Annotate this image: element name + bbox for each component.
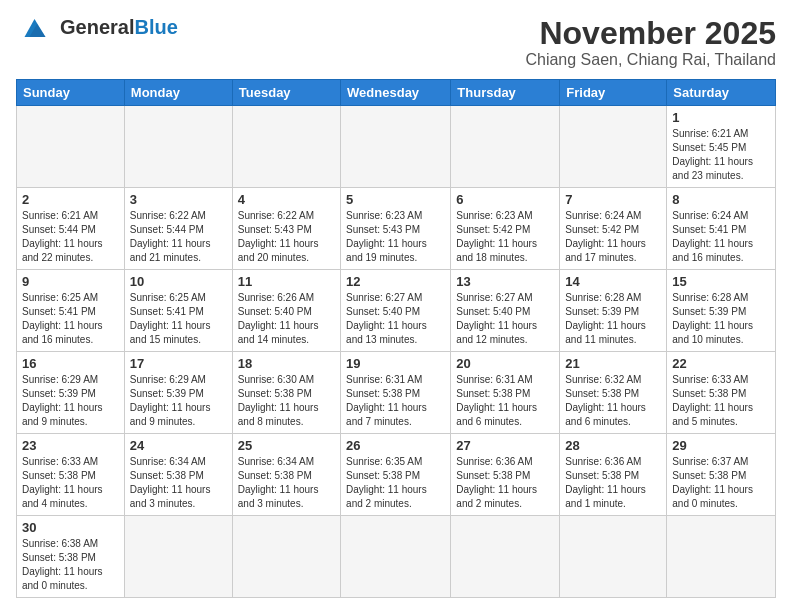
calendar-cell: 3Sunrise: 6:22 AM Sunset: 5:44 PM Daylig… bbox=[124, 188, 232, 270]
calendar-cell: 10Sunrise: 6:25 AM Sunset: 5:41 PM Dayli… bbox=[124, 270, 232, 352]
day-number: 30 bbox=[22, 520, 119, 535]
day-number: 1 bbox=[672, 110, 770, 125]
weekday-header-friday: Friday bbox=[560, 80, 667, 106]
day-number: 14 bbox=[565, 274, 661, 289]
day-info: Sunrise: 6:24 AM Sunset: 5:42 PM Dayligh… bbox=[565, 209, 661, 265]
calendar-cell: 13Sunrise: 6:27 AM Sunset: 5:40 PM Dayli… bbox=[451, 270, 560, 352]
calendar-week-row: 30Sunrise: 6:38 AM Sunset: 5:38 PM Dayli… bbox=[17, 516, 776, 598]
day-number: 3 bbox=[130, 192, 227, 207]
day-number: 4 bbox=[238, 192, 335, 207]
calendar-cell bbox=[232, 106, 340, 188]
calendar-cell: 15Sunrise: 6:28 AM Sunset: 5:39 PM Dayli… bbox=[667, 270, 776, 352]
calendar-cell bbox=[341, 516, 451, 598]
calendar-cell bbox=[667, 516, 776, 598]
calendar-cell bbox=[560, 106, 667, 188]
day-info: Sunrise: 6:31 AM Sunset: 5:38 PM Dayligh… bbox=[346, 373, 445, 429]
day-info: Sunrise: 6:31 AM Sunset: 5:38 PM Dayligh… bbox=[456, 373, 554, 429]
day-number: 24 bbox=[130, 438, 227, 453]
day-info: Sunrise: 6:24 AM Sunset: 5:41 PM Dayligh… bbox=[672, 209, 770, 265]
day-number: 19 bbox=[346, 356, 445, 371]
day-info: Sunrise: 6:38 AM Sunset: 5:38 PM Dayligh… bbox=[22, 537, 119, 593]
day-info: Sunrise: 6:22 AM Sunset: 5:44 PM Dayligh… bbox=[130, 209, 227, 265]
calendar-cell: 14Sunrise: 6:28 AM Sunset: 5:39 PM Dayli… bbox=[560, 270, 667, 352]
day-number: 12 bbox=[346, 274, 445, 289]
calendar-cell: 28Sunrise: 6:36 AM Sunset: 5:38 PM Dayli… bbox=[560, 434, 667, 516]
day-info: Sunrise: 6:29 AM Sunset: 5:39 PM Dayligh… bbox=[22, 373, 119, 429]
calendar-week-row: 16Sunrise: 6:29 AM Sunset: 5:39 PM Dayli… bbox=[17, 352, 776, 434]
calendar-cell bbox=[17, 106, 125, 188]
month-year-title: November 2025 bbox=[525, 16, 776, 51]
calendar-cell bbox=[451, 106, 560, 188]
day-info: Sunrise: 6:22 AM Sunset: 5:43 PM Dayligh… bbox=[238, 209, 335, 265]
calendar-cell: 16Sunrise: 6:29 AM Sunset: 5:39 PM Dayli… bbox=[17, 352, 125, 434]
day-number: 10 bbox=[130, 274, 227, 289]
weekday-header-row: SundayMondayTuesdayWednesdayThursdayFrid… bbox=[17, 80, 776, 106]
day-number: 22 bbox=[672, 356, 770, 371]
calendar-cell: 19Sunrise: 6:31 AM Sunset: 5:38 PM Dayli… bbox=[341, 352, 451, 434]
calendar-cell: 20Sunrise: 6:31 AM Sunset: 5:38 PM Dayli… bbox=[451, 352, 560, 434]
page-header: GeneralBlue November 2025 Chiang Saen, C… bbox=[16, 16, 776, 69]
weekday-header-thursday: Thursday bbox=[451, 80, 560, 106]
day-number: 2 bbox=[22, 192, 119, 207]
day-number: 27 bbox=[456, 438, 554, 453]
day-number: 28 bbox=[565, 438, 661, 453]
weekday-header-tuesday: Tuesday bbox=[232, 80, 340, 106]
day-number: 13 bbox=[456, 274, 554, 289]
calendar-week-row: 9Sunrise: 6:25 AM Sunset: 5:41 PM Daylig… bbox=[17, 270, 776, 352]
day-info: Sunrise: 6:25 AM Sunset: 5:41 PM Dayligh… bbox=[22, 291, 119, 347]
calendar-cell: 11Sunrise: 6:26 AM Sunset: 5:40 PM Dayli… bbox=[232, 270, 340, 352]
weekday-header-wednesday: Wednesday bbox=[341, 80, 451, 106]
calendar-cell: 22Sunrise: 6:33 AM Sunset: 5:38 PM Dayli… bbox=[667, 352, 776, 434]
day-number: 16 bbox=[22, 356, 119, 371]
calendar-cell bbox=[124, 516, 232, 598]
logo-general: General bbox=[60, 16, 134, 38]
calendar-cell: 30Sunrise: 6:38 AM Sunset: 5:38 PM Dayli… bbox=[17, 516, 125, 598]
location-subtitle: Chiang Saen, Chiang Rai, Thailand bbox=[525, 51, 776, 69]
day-info: Sunrise: 6:27 AM Sunset: 5:40 PM Dayligh… bbox=[456, 291, 554, 347]
day-number: 29 bbox=[672, 438, 770, 453]
day-info: Sunrise: 6:37 AM Sunset: 5:38 PM Dayligh… bbox=[672, 455, 770, 511]
day-info: Sunrise: 6:27 AM Sunset: 5:40 PM Dayligh… bbox=[346, 291, 445, 347]
day-number: 20 bbox=[456, 356, 554, 371]
day-info: Sunrise: 6:25 AM Sunset: 5:41 PM Dayligh… bbox=[130, 291, 227, 347]
day-number: 6 bbox=[456, 192, 554, 207]
day-number: 26 bbox=[346, 438, 445, 453]
day-info: Sunrise: 6:35 AM Sunset: 5:38 PM Dayligh… bbox=[346, 455, 445, 511]
calendar-table: SundayMondayTuesdayWednesdayThursdayFrid… bbox=[16, 79, 776, 598]
calendar-cell: 27Sunrise: 6:36 AM Sunset: 5:38 PM Dayli… bbox=[451, 434, 560, 516]
day-number: 23 bbox=[22, 438, 119, 453]
calendar-cell bbox=[232, 516, 340, 598]
logo: GeneralBlue bbox=[16, 16, 178, 38]
calendar-cell: 18Sunrise: 6:30 AM Sunset: 5:38 PM Dayli… bbox=[232, 352, 340, 434]
logo-icon bbox=[16, 19, 54, 37]
day-number: 21 bbox=[565, 356, 661, 371]
calendar-cell: 6Sunrise: 6:23 AM Sunset: 5:42 PM Daylig… bbox=[451, 188, 560, 270]
day-info: Sunrise: 6:21 AM Sunset: 5:44 PM Dayligh… bbox=[22, 209, 119, 265]
calendar-cell: 2Sunrise: 6:21 AM Sunset: 5:44 PM Daylig… bbox=[17, 188, 125, 270]
calendar-cell: 5Sunrise: 6:23 AM Sunset: 5:43 PM Daylig… bbox=[341, 188, 451, 270]
day-info: Sunrise: 6:28 AM Sunset: 5:39 PM Dayligh… bbox=[672, 291, 770, 347]
calendar-cell: 8Sunrise: 6:24 AM Sunset: 5:41 PM Daylig… bbox=[667, 188, 776, 270]
calendar-week-row: 23Sunrise: 6:33 AM Sunset: 5:38 PM Dayli… bbox=[17, 434, 776, 516]
calendar-cell: 24Sunrise: 6:34 AM Sunset: 5:38 PM Dayli… bbox=[124, 434, 232, 516]
day-info: Sunrise: 6:34 AM Sunset: 5:38 PM Dayligh… bbox=[238, 455, 335, 511]
day-info: Sunrise: 6:33 AM Sunset: 5:38 PM Dayligh… bbox=[22, 455, 119, 511]
day-number: 18 bbox=[238, 356, 335, 371]
calendar-cell: 29Sunrise: 6:37 AM Sunset: 5:38 PM Dayli… bbox=[667, 434, 776, 516]
calendar-cell bbox=[451, 516, 560, 598]
day-number: 25 bbox=[238, 438, 335, 453]
calendar-cell: 7Sunrise: 6:24 AM Sunset: 5:42 PM Daylig… bbox=[560, 188, 667, 270]
weekday-header-monday: Monday bbox=[124, 80, 232, 106]
day-number: 5 bbox=[346, 192, 445, 207]
day-info: Sunrise: 6:23 AM Sunset: 5:42 PM Dayligh… bbox=[456, 209, 554, 265]
calendar-cell: 17Sunrise: 6:29 AM Sunset: 5:39 PM Dayli… bbox=[124, 352, 232, 434]
day-info: Sunrise: 6:23 AM Sunset: 5:43 PM Dayligh… bbox=[346, 209, 445, 265]
day-number: 8 bbox=[672, 192, 770, 207]
day-info: Sunrise: 6:33 AM Sunset: 5:38 PM Dayligh… bbox=[672, 373, 770, 429]
calendar-cell bbox=[341, 106, 451, 188]
calendar-cell: 1Sunrise: 6:21 AM Sunset: 5:45 PM Daylig… bbox=[667, 106, 776, 188]
day-info: Sunrise: 6:32 AM Sunset: 5:38 PM Dayligh… bbox=[565, 373, 661, 429]
day-number: 17 bbox=[130, 356, 227, 371]
day-info: Sunrise: 6:30 AM Sunset: 5:38 PM Dayligh… bbox=[238, 373, 335, 429]
day-info: Sunrise: 6:26 AM Sunset: 5:40 PM Dayligh… bbox=[238, 291, 335, 347]
